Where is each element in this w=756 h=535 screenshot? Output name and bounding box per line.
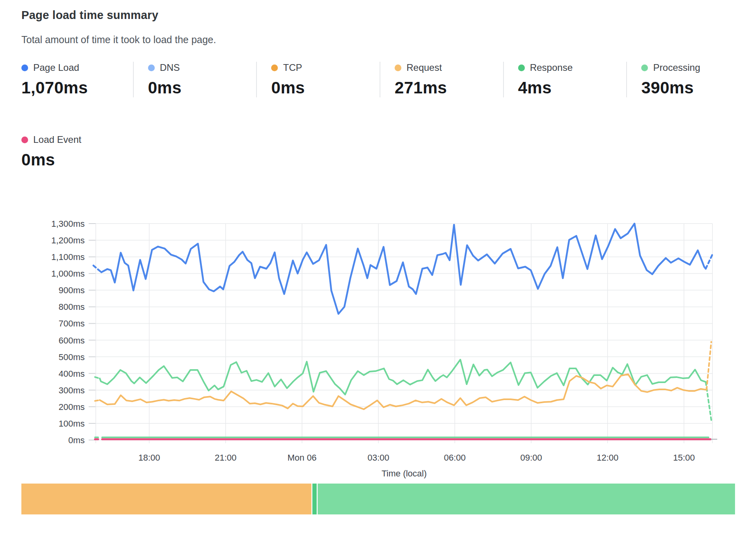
y-axis-label: 1,200ms xyxy=(51,235,85,245)
page-load-summary-panel: Page load time summary Total amount of t… xyxy=(0,0,756,535)
x-axis-tick-label: 15:00 xyxy=(673,453,695,463)
x-axis-tick-label: 03:00 xyxy=(367,453,389,463)
waterfall-segment-response xyxy=(312,484,317,514)
x-axis-tick-label: 18:00 xyxy=(138,453,160,463)
y-axis-label: 400ms xyxy=(59,369,85,379)
x-axis-tick-label: 21:00 xyxy=(215,453,236,463)
waterfall-segment-request xyxy=(21,484,312,514)
y-axis-label: 600ms xyxy=(59,336,85,345)
y-axis-label: 500ms xyxy=(59,352,85,362)
series-tail-dash-request xyxy=(707,342,711,390)
load-time-chart: 0ms100ms200ms300ms400ms500ms600ms700ms80… xyxy=(0,0,756,535)
series-line-page-load xyxy=(101,224,706,314)
y-axis-label: 900ms xyxy=(59,285,85,295)
x-axis-tick-label: 09:00 xyxy=(520,453,542,463)
series-line-processing xyxy=(100,360,706,395)
y-axis-label: 800ms xyxy=(59,302,85,312)
series-tail-dash-page-load xyxy=(706,254,712,269)
y-axis-label: 200ms xyxy=(59,402,85,412)
x-axis-tick-label: 06:00 xyxy=(444,453,465,463)
series-lead-dash-page-load xyxy=(93,266,101,272)
y-axis-label: 1,000ms xyxy=(51,269,85,279)
y-axis-label: 700ms xyxy=(59,319,85,328)
x-axis-tick-label: 12:00 xyxy=(596,453,618,463)
x-axis-tick-label: Mon 06 xyxy=(287,453,316,463)
y-axis-label: 300ms xyxy=(59,385,85,395)
x-axis-title: Time (local) xyxy=(382,469,427,478)
y-axis-label: 0ms xyxy=(68,435,85,445)
y-axis-label: 100ms xyxy=(59,419,85,429)
y-axis-label: 1,100ms xyxy=(51,252,85,262)
waterfall-segment-processing xyxy=(318,484,735,514)
y-axis-label: 1,300ms xyxy=(51,219,85,229)
